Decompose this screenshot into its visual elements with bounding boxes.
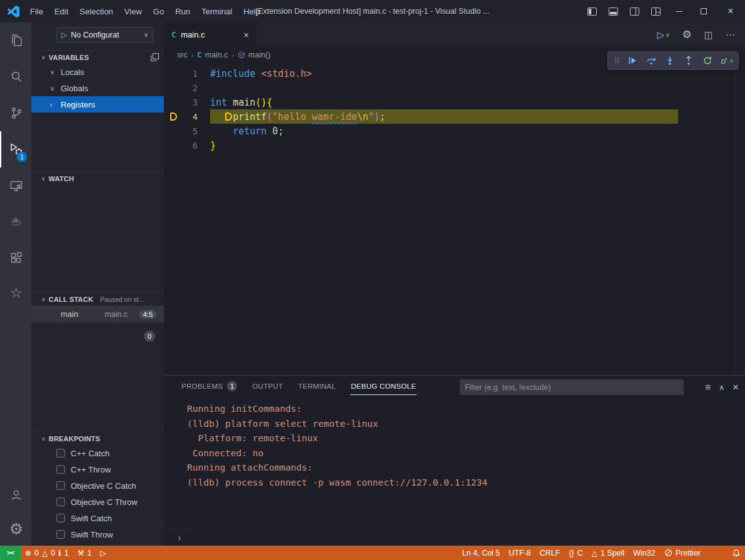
breadcrumb-symbol-label: main() [248, 51, 270, 59]
maximize-button[interactable] [691, 0, 716, 22]
call-stack-title: CALL STACK [49, 296, 93, 303]
menu-terminal[interactable]: Terminal [196, 0, 238, 22]
gear-icon[interactable]: ⚙ [682, 28, 692, 41]
code-area[interactable]: 1#include <stdio.h>23int main(){4 printf… [164, 62, 745, 152]
spell-checker-status[interactable]: △ 1 Spell [587, 546, 629, 560]
step-into-button[interactable] [662, 52, 678, 69]
close-panel-icon[interactable]: × [732, 381, 739, 394]
menu-run[interactable]: Run [170, 0, 196, 22]
gear-icon: ⚙ [9, 521, 23, 537]
language-mode[interactable]: {} C [564, 546, 587, 560]
restart-button[interactable] [699, 52, 716, 69]
line-number[interactable]: 5 [164, 126, 210, 136]
console-options-icon[interactable]: ≡ [705, 382, 711, 393]
breakpoint-checkbox[interactable] [56, 498, 65, 506]
sidebar-item-explorer[interactable] [0, 22, 31, 59]
breakpoint-objective-c-catch[interactable]: Objective C Catch [31, 478, 164, 494]
variables-header[interactable]: ∨ VARIABLES [31, 50, 164, 64]
split-editor-icon[interactable]: ◫ [704, 29, 713, 41]
close-tab-icon[interactable]: × [243, 29, 249, 40]
line-number[interactable]: 2 [164, 83, 210, 93]
eol-indicator[interactable]: CRLF [535, 546, 565, 560]
platform-indicator[interactable]: Win32 [629, 546, 659, 560]
problems-status[interactable]: ⊗ 0 △ 0 ℹ 1 [21, 546, 73, 560]
continue-button[interactable] [624, 52, 641, 69]
sidebar-item-star-extension[interactable]: ☆ [0, 276, 31, 310]
more-actions-icon[interactable]: ⋯ [726, 29, 735, 41]
warning-icon: △ [42, 549, 48, 558]
menu-view[interactable]: View [119, 0, 148, 22]
code-line-5[interactable]: 5 return 0; [164, 124, 745, 138]
menu-go[interactable]: Go [148, 0, 170, 22]
breakpoint-c-throw[interactable]: C++ Throw [31, 461, 164, 478]
breadcrumb-symbol[interactable]: main() [238, 51, 270, 59]
sidebar-item-extensions[interactable] [0, 240, 31, 276]
toggle-sidebar-icon[interactable] [581, 0, 602, 22]
code-line-4[interactable]: 4 printf("hello wamr-ide\n"); [164, 109, 745, 124]
line-number[interactable]: 3 [164, 98, 210, 108]
breakpoints-header[interactable]: ∨ BREAKPOINTS [31, 431, 164, 445]
code-line-2[interactable]: 2 [164, 81, 745, 95]
debug-config-dropdown[interactable]: ▷ No Configurat ∨ [56, 27, 153, 43]
panel-tab-output[interactable]: OUTPUT [251, 379, 283, 395]
panel-tab-terminal[interactable]: TERMINAL [297, 379, 337, 395]
code-line-3[interactable]: 3int main(){ [164, 95, 745, 109]
breakpoint-c-catch[interactable]: C++ Catch [31, 445, 164, 461]
step-out-button[interactable] [681, 52, 697, 69]
minimize-button[interactable] [666, 0, 691, 22]
section-action-icon[interactable] [151, 53, 159, 61]
settings-button[interactable]: ⚙ [0, 512, 31, 546]
sidebar-item-remote-explorer[interactable] [0, 168, 31, 204]
breadcrumb-src[interactable]: src [177, 51, 188, 59]
tab-main-c[interactable]: C main.c × [164, 22, 256, 47]
breakpoint-checkbox[interactable] [56, 465, 65, 474]
sidebar-item-source-control[interactable] [0, 95, 31, 131]
formatter-status[interactable]: Prettier [660, 546, 705, 560]
accounts-button[interactable] [0, 478, 31, 512]
code-line-6[interactable]: 6} [164, 138, 745, 152]
tab-label: main.c [181, 30, 205, 39]
maximize-panel-icon[interactable]: ∧ [719, 383, 724, 392]
variables-group-globals[interactable]: ∨Globals [31, 80, 164, 96]
notifications-button[interactable] [727, 546, 745, 560]
panel-tab-debug-console[interactable]: DEBUG CONSOLE [350, 379, 417, 395]
breakpoint-objective-c-throw[interactable]: Objective C Throw [31, 494, 164, 510]
disconnect-button[interactable]: ∨ [718, 52, 734, 69]
breakpoint-swift-catch[interactable]: Swift Catch [31, 510, 164, 526]
sidebar-item-search[interactable] [0, 59, 31, 95]
close-button[interactable]: × [716, 0, 745, 22]
debug-console-input[interactable]: › [164, 529, 745, 546]
variables-group-registers[interactable]: ›Registers [31, 96, 164, 112]
encoding-indicator[interactable]: UTF-8 [504, 546, 535, 560]
step-over-button[interactable] [643, 52, 659, 69]
debug-session-status[interactable]: ▷ [96, 546, 110, 560]
menu-file[interactable]: File [24, 0, 49, 22]
tools-status[interactable]: ⚒ 1 [73, 546, 96, 560]
panel-tab-problems[interactable]: PROBLEMS1 [181, 378, 238, 396]
breakpoint-checkbox[interactable] [56, 514, 65, 522]
menu-selection[interactable]: Selection [74, 0, 118, 22]
stack-frame-row[interactable]: main main.c 4:5 [31, 306, 164, 322]
variables-group-locals[interactable]: ∨Locals [31, 64, 164, 80]
cursor-position[interactable]: Ln 4, Col 5 [458, 546, 504, 560]
customize-layout-icon[interactable] [645, 0, 666, 22]
breakpoint-checkbox[interactable] [56, 449, 65, 458]
call-stack-header[interactable]: ∨ CALL STACK Paused on st... [31, 292, 164, 306]
breakpoint-checkbox[interactable] [56, 530, 65, 539]
line-number[interactable]: 6 [164, 141, 210, 151]
toggle-secondary-sidebar-icon[interactable] [624, 0, 645, 22]
remote-indicator[interactable]: >< [0, 546, 21, 560]
sidebar-item-run-debug[interactable]: 1 [0, 131, 31, 168]
run-menu-button[interactable]: ▷ ∨ [657, 29, 669, 41]
breadcrumb-file[interactable]: C main.c [197, 51, 228, 59]
menu-edit[interactable]: Edit [49, 0, 74, 22]
watch-header[interactable]: ∨ WATCH [31, 171, 164, 185]
line-number[interactable]: 1 [164, 69, 210, 79]
toggle-panel-icon[interactable] [602, 0, 624, 22]
drag-handle-icon[interactable]: ⠿ [612, 56, 622, 66]
console-filter-input[interactable] [460, 379, 684, 395]
breakpoint-swift-throw[interactable]: Swift Throw [31, 526, 164, 542]
sidebar-item-docker[interactable] [0, 204, 31, 240]
code-token: " [368, 111, 374, 122]
breakpoint-checkbox[interactable] [56, 481, 65, 490]
